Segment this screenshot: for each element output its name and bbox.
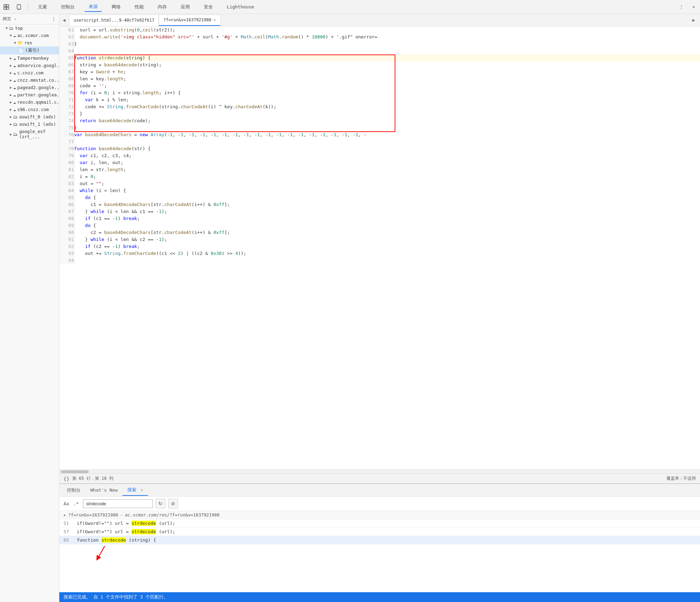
code-line: out += String.fromCharCode((c1 << 2) | (…	[74, 250, 700, 257]
code-line: document.write('<img class="hidden" src=…	[74, 34, 700, 41]
line-number: 61	[59, 27, 74, 34]
tab-scroll-right[interactable]: ▶	[690, 17, 697, 24]
sidebar-item-tampermonkey[interactable]: ▶ ☁ Tampermonkey	[0, 54, 59, 62]
folder-icon-acscmor: ☁	[13, 33, 16, 38]
bottom-tab-whatsnew[interactable]: What's New	[85, 485, 122, 495]
search-input[interactable]	[83, 499, 153, 508]
file-url-short: ?f=run&v=1637921980	[68, 512, 118, 517]
regex-label[interactable]: .*	[73, 501, 80, 506]
sidebar-item-cnzz[interactable]: ▶ ☁ c.cnzz.com	[0, 69, 59, 76]
tab-lighthouse[interactable]: Lighthouse	[223, 3, 258, 11]
code-line: } while (i < len && c2 == -1);	[74, 236, 700, 243]
line-num-57: 57	[64, 529, 74, 534]
h-scrollbar[interactable]	[59, 469, 700, 473]
tree-arrow-res: ▼	[14, 41, 16, 45]
code-line: do {	[74, 222, 700, 229]
bottom-tab-search-close[interactable]: ✕	[141, 487, 143, 492]
refresh-search-button[interactable]: ↻	[156, 499, 165, 508]
sidebar-item-rescdn[interactable]: ▶ ☁ rescdn.qqmail.c...	[0, 98, 59, 106]
editor-tab-bar: ◀ userscript.html...9-40cf7e92f617 ?f=ru…	[59, 14, 700, 27]
settings-icon[interactable]: ⋮	[678, 3, 685, 10]
search-file-header[interactable]: ▸ ?f=run&v=1637921980 — ac.scmor.com/res…	[59, 511, 700, 519]
sidebar-item-acscmor[interactable]: ▼ ☁ ac.scmor.com	[0, 32, 59, 39]
sidebar-item-index[interactable]: 📄 (索引)	[0, 46, 59, 54]
tab-close-run[interactable]: ✕	[213, 17, 216, 22]
folder-icon-tampermonkey: ☁	[13, 56, 16, 61]
tab-label-userscript: userscript.html...9-40cf7e92f617	[74, 18, 154, 23]
close-devtools-icon[interactable]: ✕	[690, 3, 697, 10]
sidebar-item-partner[interactable]: ▶ ☁ partner.googlea...	[0, 91, 59, 98]
tab-security[interactable]: 安全	[200, 2, 217, 12]
mobile-icon[interactable]	[15, 3, 22, 10]
tree-arrow-aswift0: ▶	[10, 115, 12, 119]
editor-tab-run[interactable]: ?f=run&v=1637921980 ✕	[159, 15, 221, 26]
tab-network[interactable]: 网络	[107, 2, 125, 12]
file-icon-index: 📄	[18, 48, 24, 53]
clear-search-button[interactable]: ⊘	[168, 499, 178, 508]
tree-arrow-partner: ▶	[10, 93, 12, 97]
code-line: len = key.length;	[74, 75, 700, 82]
tab-elements[interactable]: 元素	[34, 2, 51, 12]
code-line: string = base64decode(string);	[74, 61, 700, 68]
sidebar-item-adservice[interactable]: ▶ ☁ adservice.googl...	[0, 62, 59, 69]
code-line: surl = url.substring(0,ceil(str2));	[74, 27, 700, 34]
line-number: 88	[59, 215, 74, 222]
search-result-57[interactable]: 57 if(Gword!="") url = strdecode (url);	[59, 528, 700, 536]
svg-rect-1	[7, 5, 9, 7]
sidebar-item-aswift1[interactable]: ▶ 🗂 aswift_1 (ads)	[0, 120, 59, 128]
toolbar-separator	[28, 3, 28, 10]
page-label: 网页	[3, 16, 11, 22]
editor-tab-userscript[interactable]: userscript.html...9-40cf7e92f617	[69, 15, 159, 26]
code-line: var base64DecodeChars = new Array(-1, -1…	[74, 131, 700, 138]
line-number: 92	[59, 243, 74, 250]
code-line: do {	[74, 194, 700, 201]
sidebar-item-top[interactable]: ▼ 🗂 top	[0, 24, 59, 32]
tree-arrow-googleesf: ▶	[10, 132, 12, 136]
code-line: var k = i % len;	[74, 96, 700, 103]
tab-label-run: ?f=run&v=1637921980	[163, 17, 211, 22]
line-number: 83	[59, 180, 74, 187]
code-before-65: function	[77, 537, 99, 543]
arrow-annotation	[59, 544, 700, 565]
code-line: for (i = 0; i < string.length; i++) {	[74, 89, 700, 96]
code-line: len = str.length;	[74, 166, 700, 173]
expand-icon[interactable]: »	[14, 17, 16, 21]
case-sensitive-label[interactable]: Aa	[64, 501, 70, 506]
tree-arrow-pagead2: ▶	[10, 86, 12, 89]
tab-console[interactable]: 控制台	[57, 2, 79, 12]
file-url-separator: —	[120, 512, 123, 517]
code-line: }	[74, 124, 700, 131]
bottom-tab-console[interactable]: 控制台	[62, 485, 85, 495]
code-line: return base64decode(code);	[74, 117, 700, 124]
line-number: 85	[59, 194, 74, 201]
sidebar-item-pagead2[interactable]: ▶ ☁ pagead2.google...	[0, 84, 59, 91]
code-line: }	[74, 110, 700, 117]
folder-icon-rescdn: ☁	[13, 100, 16, 105]
code-line: c2 = base64DecodeChars[str.charCodeAt(i+…	[74, 229, 700, 236]
sidebar-item-googleesf[interactable]: ▶ 🗂 google_esf (zrt_...	[0, 128, 59, 140]
code-line: key = Gword + hn;	[74, 68, 700, 75]
tab-expand-icon[interactable]: ◀	[61, 17, 68, 24]
scrollbar-thumb[interactable]	[61, 470, 89, 473]
search-result-51[interactable]: 51 if(Gword!="") url = strdecode (url);	[59, 519, 700, 528]
sidebar-item-s96[interactable]: ▶ ☁ s96.cnzz.com	[0, 106, 59, 113]
sidebar-item-cnzzmmstat[interactable]: ▶ ☁ cnzz.mmstat.co...	[0, 76, 59, 84]
sources-sidebar: 网页 » ⋮ ▼ 🗂 top ▼ ☁ ac.scmor.com ▼ 📁 res …	[0, 14, 59, 602]
code-editor[interactable]: 61 surl = url.substring(0,ceil(str2));62…	[59, 27, 700, 469]
tab-performance[interactable]: 性能	[131, 2, 148, 12]
inspect-icon[interactable]	[3, 3, 10, 10]
line-number: 89	[59, 222, 74, 229]
code-line: var c1, c2, c3, c4;	[74, 152, 700, 159]
line-number: 77	[59, 138, 74, 145]
tab-sources[interactable]: 来源	[84, 2, 102, 12]
sidebar-item-aswift0[interactable]: ▶ 🗂 aswift_0 (ads)	[0, 113, 59, 120]
tree-arrow-adservice: ▶	[10, 64, 12, 67]
line-number: 70	[59, 89, 74, 96]
line-num-51: 51	[64, 521, 74, 526]
bottom-tab-search[interactable]: 搜索 ✕	[122, 485, 148, 496]
tab-application[interactable]: 应用	[177, 2, 194, 12]
tab-memory[interactable]: 内存	[154, 2, 171, 12]
search-result-65[interactable]: 65 function strdecode (string) {	[59, 536, 700, 544]
sidebar-item-res[interactable]: ▼ 📁 res	[0, 39, 59, 46]
sidebar-menu-icon[interactable]: ⋮	[51, 16, 56, 22]
